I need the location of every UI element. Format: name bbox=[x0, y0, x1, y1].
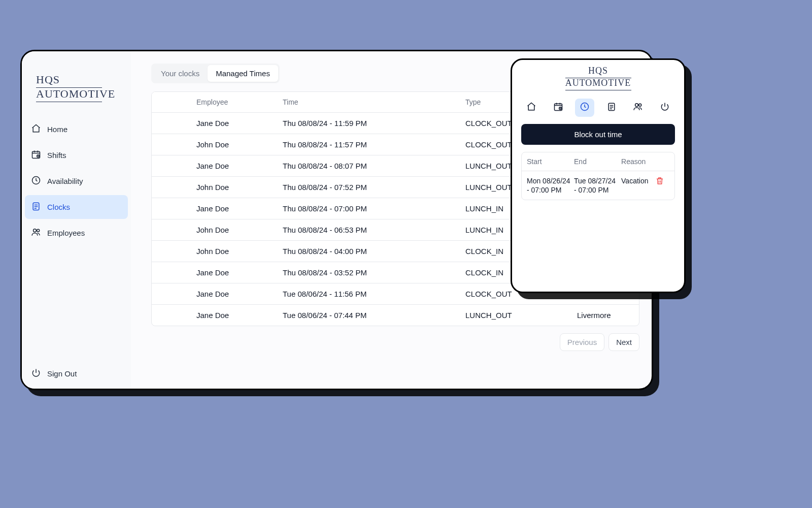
cell-time: Thu 08/08/24 - 08:07 PM bbox=[279, 155, 461, 176]
svg-point-10 bbox=[635, 103, 638, 106]
cell-time: Tue 08/06/24 - 07:44 PM bbox=[279, 305, 461, 326]
cell-employee: Jane Doe bbox=[192, 198, 279, 219]
sidebar-item-label: Employees bbox=[47, 229, 85, 237]
block-out-time-button[interactable]: Block out time bbox=[521, 124, 675, 145]
cell-reason: Vacation bbox=[621, 176, 652, 195]
trash-icon bbox=[655, 179, 664, 187]
svg-point-5 bbox=[37, 230, 40, 232]
logo-line1: HQS bbox=[512, 66, 684, 76]
calendar-icon bbox=[31, 149, 41, 161]
col-end: End bbox=[574, 157, 618, 166]
sidebar: HQS AUTOMOTIVE Home Shifts Availability … bbox=[22, 51, 131, 389]
cell-employee: John Doe bbox=[192, 219, 279, 240]
logo-line2: AUTOMOTIVE bbox=[512, 78, 684, 88]
previous-button[interactable]: Previous bbox=[560, 333, 604, 351]
mobile-nav-home[interactable] bbox=[522, 99, 541, 117]
power-icon bbox=[660, 102, 670, 114]
col-employee: Employee bbox=[192, 92, 279, 112]
sidebar-item-label: Availability bbox=[47, 177, 83, 185]
cell-end: Tue 08/27/24 - 07:00 PM bbox=[574, 176, 618, 195]
cell-time: Thu 08/08/24 - 06:53 PM bbox=[279, 219, 461, 240]
mobile-nav-shifts[interactable] bbox=[549, 99, 568, 117]
cell-employee: Jane Doe bbox=[192, 113, 279, 134]
sidebar-item-employees[interactable]: Employees bbox=[25, 221, 128, 245]
col-reason: Reason bbox=[621, 157, 652, 166]
sidebar-item-shifts[interactable]: Shifts bbox=[25, 143, 128, 167]
cell-time: Thu 08/08/24 - 04:00 PM bbox=[279, 241, 461, 262]
users-icon bbox=[633, 102, 643, 114]
logo-line2: AUTOMOTIVE bbox=[36, 88, 121, 100]
tabs: Your clocks Managed Times bbox=[151, 64, 280, 83]
clock-icon bbox=[31, 175, 41, 187]
tab-managed-times[interactable]: Managed Times bbox=[208, 65, 278, 82]
cell-time: Tue 08/06/24 - 11:56 PM bbox=[279, 283, 461, 304]
sidebar-nav: Home Shifts Availability Clocks Employee… bbox=[22, 117, 131, 245]
cell-employee: John Doe bbox=[192, 177, 279, 198]
pagination: Previous Next bbox=[151, 333, 639, 351]
sidebar-item-label: Clocks bbox=[47, 203, 70, 211]
mobile-window: HQS AUTOMOTIVE Block out time Start End … bbox=[511, 58, 686, 293]
cell-time: Thu 08/08/24 - 11:59 PM bbox=[279, 113, 461, 134]
sidebar-item-label: Home bbox=[47, 125, 67, 134]
cell-type: LUNCH_OUT bbox=[461, 305, 573, 326]
mobile-nav-signout[interactable] bbox=[655, 99, 674, 117]
cell-employee: Jane Doe bbox=[192, 283, 279, 304]
svg-point-11 bbox=[639, 104, 641, 106]
sidebar-item-label: Shifts bbox=[47, 151, 66, 160]
logo-line1: HQS bbox=[36, 74, 121, 86]
sign-out-label: Sign Out bbox=[47, 369, 77, 378]
blockout-header: Start End Reason bbox=[522, 152, 674, 171]
cell-employee: John Doe bbox=[192, 134, 279, 155]
table-row: Jane DoeTue 08/06/24 - 07:44 PMLUNCH_OUT… bbox=[152, 304, 639, 326]
cell-employee: Jane Doe bbox=[192, 262, 279, 283]
svg-point-4 bbox=[33, 229, 37, 232]
col-time: Time bbox=[279, 92, 461, 112]
home-icon bbox=[526, 102, 536, 114]
mobile-brand-logo: HQS AUTOMOTIVE bbox=[512, 60, 684, 93]
sidebar-item-clocks[interactable]: Clocks bbox=[25, 195, 128, 219]
mobile-nav bbox=[512, 93, 684, 124]
sign-out-button[interactable]: Sign Out bbox=[22, 362, 131, 386]
cell-start: Mon 08/26/24 - 07:00 PM bbox=[527, 176, 571, 195]
blockout-row: Mon 08/26/24 - 07:00 PM Tue 08/27/24 - 0… bbox=[522, 171, 674, 200]
clock-icon bbox=[580, 102, 590, 114]
col-start: Start bbox=[527, 157, 571, 166]
cell-time: Thu 08/08/24 - 11:57 PM bbox=[279, 134, 461, 155]
cell-employee: John Doe bbox=[192, 241, 279, 262]
calendar-icon bbox=[553, 102, 563, 114]
sidebar-item-home[interactable]: Home bbox=[25, 117, 128, 141]
mobile-nav-clocks[interactable] bbox=[602, 99, 621, 117]
cell-employee: Jane Doe bbox=[192, 155, 279, 176]
users-icon bbox=[31, 227, 41, 239]
mobile-nav-availability[interactable] bbox=[575, 99, 594, 117]
home-icon bbox=[31, 123, 41, 135]
mobile-nav-employees[interactable] bbox=[628, 99, 648, 117]
cell-time: Thu 08/08/24 - 07:00 PM bbox=[279, 198, 461, 219]
delete-row-button[interactable] bbox=[655, 176, 669, 195]
sidebar-item-availability[interactable]: Availability bbox=[25, 169, 128, 193]
cell-time: Thu 08/08/24 - 03:52 PM bbox=[279, 262, 461, 283]
power-icon bbox=[31, 368, 41, 379]
clipboard-icon bbox=[31, 201, 41, 213]
next-button[interactable]: Next bbox=[608, 333, 639, 351]
cell-employee: Jane Doe bbox=[192, 305, 279, 326]
blockout-table: Start End Reason Mon 08/26/24 - 07:00 PM… bbox=[521, 152, 675, 200]
tab-your-clocks[interactable]: Your clocks bbox=[153, 65, 208, 82]
brand-logo: HQS AUTOMOTIVE bbox=[22, 64, 131, 117]
clipboard-icon bbox=[606, 102, 617, 114]
cell-time: Thu 08/08/24 - 07:52 PM bbox=[279, 177, 461, 198]
cell-location: Livermore bbox=[573, 305, 639, 326]
